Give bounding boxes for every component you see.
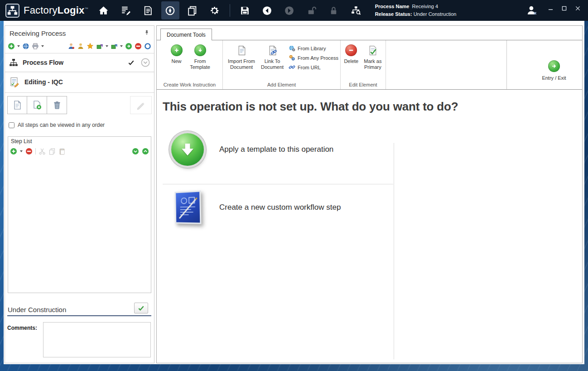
star-badge-button[interactable] (87, 43, 94, 50)
entry-exit-button[interactable]: Entry / Exit (536, 60, 572, 81)
gears-icon (289, 54, 295, 61)
collapse-circle-icon[interactable] (141, 58, 150, 67)
delete-element-button[interactable]: Delete (342, 42, 361, 64)
new-work-instruction-button[interactable]: New (166, 42, 187, 64)
import-from-document-button[interactable]: Import From Document (225, 42, 258, 70)
add-step-button[interactable] (10, 148, 17, 155)
group-add-element: Import From Document Link To Document Fr… (223, 40, 341, 89)
print-button[interactable] (32, 43, 39, 50)
toolbar-separator (230, 4, 230, 17)
link-to-document-button[interactable]: Link To Document (258, 42, 286, 70)
ribbon: New From Template Create Work Instructio… (157, 40, 582, 90)
from-any-process-label: From Any Process (298, 55, 338, 61)
apply-template-icon-cell (166, 133, 209, 166)
pin-icon[interactable] (144, 29, 150, 36)
package-out-button[interactable] (96, 43, 103, 50)
step-list-group: Step List (8, 136, 151, 293)
approve-status-button[interactable] (134, 303, 148, 313)
expand-all-button[interactable] (132, 148, 139, 155)
from-url-label: From URL (298, 65, 321, 70)
home-button[interactable] (95, 1, 113, 19)
create-custom-step-option[interactable]: Create a new custom workflow step (166, 191, 341, 224)
tab-document-tools[interactable]: Document Tools (160, 29, 212, 40)
settings-button[interactable] (206, 1, 224, 19)
custom-step-icon-cell (166, 191, 209, 224)
receiving-process-panel: Receiving Process Process Flow (5, 25, 154, 363)
navigator-button[interactable] (161, 1, 179, 19)
cut-button[interactable] (39, 148, 46, 155)
check-icon (128, 59, 135, 66)
add-menu-caret-icon[interactable] (17, 45, 20, 47)
step-list-empty-area[interactable] (8, 157, 151, 293)
process-flow-row[interactable]: Process Flow (5, 53, 154, 72)
edit-pencil-icon (136, 100, 146, 110)
down-arrow-circle-icon (194, 44, 206, 56)
delete-document-button[interactable] (47, 96, 67, 114)
editing-row[interactable]: Editing - IQC (5, 73, 154, 91)
new-document-button[interactable] (7, 96, 27, 114)
maximize-button[interactable] (558, 3, 570, 13)
unlock-button[interactable] (303, 1, 321, 19)
floppy-save-icon (239, 5, 251, 16)
package-in-button[interactable] (111, 43, 118, 50)
comments-label: Comments: (7, 325, 37, 331)
info-ring-button[interactable] (144, 43, 151, 50)
package-out-caret-icon[interactable] (106, 45, 108, 47)
back-button[interactable] (258, 1, 276, 19)
titlebar-toolbar (95, 1, 365, 19)
apply-template-document-button[interactable] (27, 96, 47, 114)
toolbar-separator (35, 148, 36, 154)
from-url-button[interactable]: From URL (289, 64, 338, 71)
block-button[interactable] (135, 43, 142, 50)
print-menu-caret-icon[interactable] (41, 45, 44, 47)
app-name: FactoryLogix™ (24, 5, 88, 16)
compass-icon (164, 5, 176, 16)
assign-person-button[interactable] (67, 43, 75, 50)
document-check-icon (367, 45, 378, 56)
process-name-label: Process Name (375, 4, 410, 9)
process-search-button[interactable] (347, 1, 365, 19)
globe-link-button[interactable] (22, 43, 29, 50)
paste-button[interactable] (58, 148, 66, 155)
any-order-row: All steps can be viewed in any order (9, 122, 105, 128)
remove-step-button[interactable] (25, 148, 33, 155)
add-step-caret-icon[interactable] (20, 150, 23, 152)
library-button[interactable] (139, 1, 157, 19)
from-template-button[interactable]: From Template (187, 42, 213, 70)
content-splitter[interactable] (394, 143, 394, 359)
pages-button[interactable] (183, 1, 202, 19)
process-editor-button[interactable] (117, 1, 135, 19)
comments-input[interactable] (43, 322, 151, 357)
titlebar: FactoryLogix™ (0, 0, 588, 21)
activate-button[interactable] (125, 43, 132, 50)
blueprint-icon (174, 190, 201, 224)
ribbon-groups: New From Template Create Work Instructio… (157, 40, 582, 89)
operation-setup-content: This operation is not set up. What do yo… (157, 90, 582, 363)
copy-button[interactable] (48, 148, 56, 155)
org-chart-icon (9, 58, 18, 67)
minimize-button[interactable] (545, 3, 556, 13)
lock-icon (328, 5, 339, 16)
from-any-process-button[interactable]: From Any Process (289, 54, 338, 61)
new-document-icon (12, 100, 22, 110)
from-template-label: From Template (187, 58, 213, 70)
logout-user-button[interactable] (522, 1, 542, 19)
person-gold-button[interactable] (77, 43, 84, 50)
plus-circle-icon (171, 44, 183, 56)
big-down-arrow-icon (171, 133, 204, 166)
apply-template-option[interactable]: Apply a template to this operation (166, 133, 333, 166)
close-button[interactable] (572, 3, 583, 13)
document-link-icon (267, 45, 278, 56)
edit-document-button[interactable] (130, 96, 152, 114)
from-library-button[interactable]: From Library (289, 45, 338, 52)
step-list-title: Step List (11, 138, 32, 145)
mark-as-primary-button[interactable]: Mark as Primary (361, 42, 385, 70)
any-order-checkbox[interactable] (9, 122, 14, 128)
forward-button[interactable] (280, 1, 299, 19)
collapse-all-button[interactable] (142, 148, 149, 155)
package-in-caret-icon[interactable] (120, 45, 123, 47)
add-button[interactable] (8, 43, 15, 50)
lock-button[interactable] (325, 1, 343, 19)
save-button[interactable] (236, 1, 254, 19)
custom-step-label: Create a new custom workflow step (219, 203, 341, 212)
